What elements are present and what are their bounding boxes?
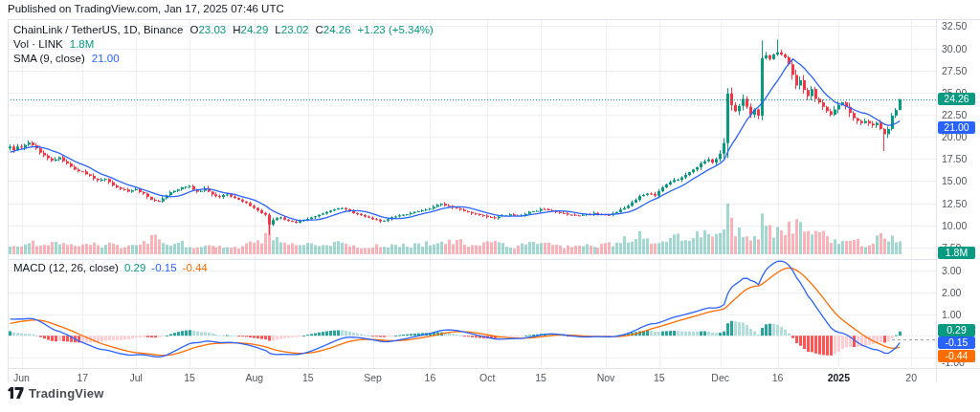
tradingview-published-chart: Published on TradingView.com, Jan 17, 20… (0, 0, 980, 412)
time-tick-label: Aug (246, 372, 264, 383)
time-tick-label: 15 (184, 372, 195, 383)
sma-value: 21.00 (92, 53, 120, 64)
time-tick-label: 17 (77, 372, 88, 383)
price-tick-label: 32.50 (942, 20, 967, 32)
published-caption: Published on TradingView.com, Jan 17, 20… (8, 3, 284, 14)
price-tick-label: 22.50 (942, 109, 967, 120)
price-tick-label: 30.00 (942, 43, 967, 54)
price-tick-label: 17.50 (942, 153, 967, 164)
tradingview-mark-icon (8, 387, 24, 400)
low-value: 23.02 (281, 24, 309, 35)
price-tick-label: 15.00 (942, 175, 967, 186)
high-value: 24.29 (241, 24, 269, 35)
high-label: H (233, 24, 240, 35)
last-price-badge: 24.26 (938, 93, 975, 105)
macd-hist-value: 0.29 (124, 262, 145, 273)
time-tick-label: 15 (302, 372, 314, 383)
sma-label: SMA (9, close) (13, 53, 85, 64)
price-tick-label: 12.50 (942, 198, 967, 209)
volume-legend-row[interactable]: Vol · LINK1.8M (13, 37, 434, 52)
volume-value-badge: 1.8M (938, 247, 975, 259)
macd-legend-row[interactable]: MACD (12, 26, close)0.29-0.15-0.44 (13, 262, 208, 273)
time-tick-label: Sep (364, 372, 382, 383)
price-tick-label: 27.50 (942, 65, 967, 76)
macd-tick-label: 1.00 (942, 309, 961, 320)
time-tick-label: 15 (654, 372, 665, 383)
macd-tick-label: 2.00 (942, 287, 961, 298)
time-tick-label: Dec (711, 372, 729, 383)
time-tick-label: Oct (479, 372, 495, 383)
macd-line-value: -0.15 (151, 262, 176, 273)
time-tick-label: 20 (905, 372, 917, 383)
volume-value: 1.8M (70, 38, 95, 50)
time-tick-label: Nov (597, 372, 615, 383)
macd-line-badge: -0.15 (938, 336, 975, 349)
tradingview-logo-link[interactable]: TradingView (8, 386, 104, 401)
time-tick-label: Jul (129, 372, 142, 383)
time-tick-label: 16 (772, 372, 784, 383)
price-tick-label: 10.00 (942, 220, 967, 231)
macd-hist-badge: 0.29 (938, 324, 975, 336)
close-value: 24.26 (323, 24, 351, 35)
time-tick-label: Jun (13, 372, 30, 383)
change-value: +1.23 (+5.34%) (358, 24, 434, 35)
symbol-title: ChainLink / TetherUS, 1D, Binance (13, 24, 184, 35)
symbol-legend: ChainLink / TetherUS, 1D, BinanceO23.03H… (13, 23, 434, 66)
macd-signal-value: -0.44 (183, 262, 208, 273)
symbol-legend-row[interactable]: ChainLink / TetherUS, 1D, BinanceO23.03H… (13, 23, 434, 37)
macd-label: MACD (12, 26, close) (13, 262, 119, 273)
time-tick-label: 15 (535, 372, 546, 383)
macd-signal-badge: -0.44 (938, 350, 975, 362)
close-label: C (316, 24, 323, 35)
time-tick-label: 16 (425, 372, 436, 383)
time-tick-label: 2025 (828, 372, 850, 383)
macd-tick-label: 3.00 (942, 265, 961, 276)
volume-label: Vol · LINK (13, 38, 63, 50)
sma-legend-row[interactable]: SMA (9, close)21.00 (13, 52, 434, 66)
sma-value-badge: 21.00 (938, 121, 975, 134)
open-value: 23.03 (198, 24, 226, 35)
tradingview-logo-text: TradingView (29, 386, 104, 401)
